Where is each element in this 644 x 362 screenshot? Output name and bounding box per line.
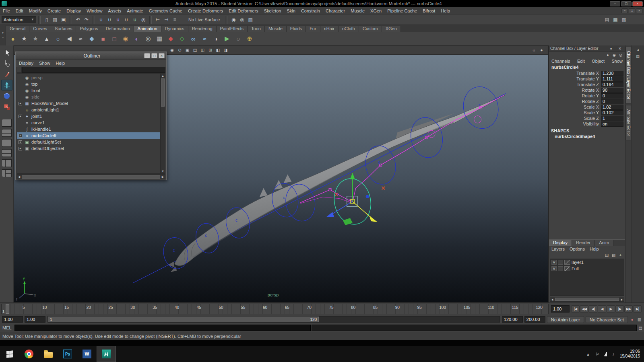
auto-keyframe-icon[interactable]: ● xyxy=(629,316,636,323)
outliner-row-side[interactable]: ◉side xyxy=(17,94,160,100)
render-current-frame-icon[interactable]: ◉ xyxy=(229,16,237,24)
outliner-list[interactable]: ◉persp ◉top ◉front ◉side +▦HookWorm_Mode… xyxy=(17,73,165,174)
layer-editor-tab[interactable]: Render xyxy=(572,240,595,246)
menu-item[interactable]: Skin xyxy=(284,8,298,14)
input-connections-icon[interactable]: ⊢ xyxy=(154,16,162,24)
outliner-row-ambientlight[interactable]: ☼ambientLight1 xyxy=(17,107,160,113)
ghost-icon[interactable]: ◌ xyxy=(233,33,244,44)
layout-outliner-persp-button[interactable] xyxy=(2,159,12,167)
pin-icon[interactable]: ▪ xyxy=(607,45,615,53)
menu-item[interactable]: File xyxy=(0,8,13,14)
filter-icon[interactable] xyxy=(17,67,22,73)
playback-range-bar[interactable]: 1 120 xyxy=(48,317,319,322)
layout-two-pane-side-button[interactable] xyxy=(2,139,12,147)
manip-hyperbolic-icon[interactable]: ◎ xyxy=(618,52,623,58)
outliner-row-top[interactable]: ◉top xyxy=(17,81,160,87)
script-editor-icon[interactable]: ▤ xyxy=(637,325,644,331)
select-tool[interactable] xyxy=(1,47,12,58)
layout-four-pane-button[interactable] xyxy=(2,129,12,137)
outliner-title-bar[interactable]: Outliner −□× xyxy=(16,52,166,60)
outliner-row-joint1[interactable]: ++joint1 xyxy=(17,113,160,119)
volume-icon[interactable]: ♪ xyxy=(611,351,616,357)
show-attribute-editor-icon[interactable]: ▧ xyxy=(620,16,628,24)
shelf-menu-icon[interactable]: ≡ xyxy=(0,36,5,40)
outliner-horizontal-scrollbar[interactable]: ◀ ▶ xyxy=(17,174,165,179)
layer-name[interactable]: Full xyxy=(572,266,579,271)
cluster-icon[interactable]: ◎ xyxy=(143,33,153,44)
animation-preferences-icon[interactable]: ▥ xyxy=(636,316,643,323)
layout-three-pane-button[interactable] xyxy=(2,169,12,177)
command-input-field[interactable] xyxy=(14,325,311,331)
scroll-right-icon[interactable]: ▶ xyxy=(620,297,624,301)
play-forwards-button[interactable]: ▶ xyxy=(607,305,615,313)
outliner-menu-item[interactable]: Help xyxy=(56,61,65,66)
output-connections-icon[interactable]: ⊣ xyxy=(162,16,170,24)
outliner-menu-item[interactable]: Display xyxy=(19,61,33,66)
channel-value-field[interactable]: 1.02 xyxy=(601,105,623,110)
range-track[interactable]: 1 120 xyxy=(47,316,500,323)
play-backwards-button[interactable]: ◀ xyxy=(598,305,606,313)
motion-path-icon[interactable]: ∞ xyxy=(188,33,198,44)
step-back-frame-button[interactable]: ◀◀ xyxy=(580,305,588,313)
image-plane-icon[interactable]: ◫ xyxy=(199,47,206,53)
menu-item[interactable]: Animate xyxy=(124,8,146,14)
snap-view-icon[interactable]: ∪ xyxy=(131,16,139,24)
outliner-row-nurbscircle9[interactable]: +○nurbsCircle9 xyxy=(17,132,160,139)
shelf-tab[interactable]: XGen xyxy=(382,26,401,32)
close-button[interactable]: × xyxy=(632,1,643,6)
scrollbar-thumb[interactable] xyxy=(22,175,160,179)
move-tool[interactable] xyxy=(1,80,12,90)
scrollbar-thumb[interactable] xyxy=(555,298,619,301)
shelf-tab[interactable]: PaintEffects xyxy=(217,26,248,32)
layer-playback-toggle[interactable] xyxy=(558,260,563,265)
ipr-render-icon[interactable]: ◎ xyxy=(238,16,246,24)
dock-expand-icon[interactable]: ◂ xyxy=(635,47,641,53)
menu-item[interactable]: Display xyxy=(64,8,84,14)
lasso-select-tool[interactable] xyxy=(1,58,12,69)
expand-icon[interactable]: + xyxy=(19,115,22,118)
outliner-menu-item[interactable]: Show xyxy=(39,61,50,66)
undo-icon[interactable]: ↶ xyxy=(74,16,82,24)
scroll-up-icon[interactable]: ▲ xyxy=(161,74,165,78)
outliner-row-hookworm-model[interactable]: +▦HookWorm_Model xyxy=(17,100,160,107)
set-key-icon[interactable]: ◆ xyxy=(165,33,176,44)
tab-channel-box[interactable]: Channel Box / Layer Editor xyxy=(625,47,632,104)
shelf-tab[interactable]: Dynamics xyxy=(161,26,188,32)
channel-value-field[interactable]: 1 xyxy=(601,116,623,121)
tray-chevron-icon[interactable]: ▴ xyxy=(585,351,591,357)
layer-playback-toggle[interactable] xyxy=(558,266,563,271)
outliner-row-curve1[interactable]: ≈curve1 xyxy=(17,119,160,126)
timeline-ruler[interactable]: 5101520253035404550556065707580859095100… xyxy=(1,304,549,314)
select-character-icon[interactable]: ● xyxy=(8,33,18,44)
new-layer-from-selected-icon[interactable]: + xyxy=(617,252,623,258)
snap-point-icon[interactable]: ∪ xyxy=(114,16,122,24)
open-scene-icon[interactable]: ▨ xyxy=(51,16,59,24)
shelf-tab-switcher-icon[interactable]: ▾ xyxy=(0,31,5,35)
divider[interactable] xyxy=(225,16,227,24)
outliner-row-ikhandle1[interactable]: ∫ikHandle1 xyxy=(17,126,160,132)
minimize-button[interactable]: − xyxy=(144,53,150,58)
menu-set-dropdown[interactable]: Animation ▼ xyxy=(2,16,36,23)
layer-row[interactable]: V Full xyxy=(550,265,624,272)
outliner-search-input[interactable] xyxy=(22,67,165,73)
shelf-tab[interactable]: Toon xyxy=(248,26,265,32)
channel-value-field[interactable]: 1.111 xyxy=(601,76,623,82)
divider[interactable] xyxy=(70,16,72,24)
shelf-tab[interactable]: Polygons xyxy=(76,26,102,32)
start-button[interactable] xyxy=(0,346,19,362)
layer-row[interactable]: V layer1 xyxy=(550,259,624,265)
camera-attributes-icon[interactable]: ▣ xyxy=(184,47,191,53)
network-icon[interactable] xyxy=(604,352,607,356)
save-scene-icon[interactable]: ▣ xyxy=(60,16,68,24)
step-back-key-button[interactable]: ◀| xyxy=(589,305,597,313)
layout-single-pane-button[interactable] xyxy=(2,119,12,127)
select-layer-objects-icon[interactable]: ▤ xyxy=(604,252,610,258)
bookmarks-icon[interactable]: ▤ xyxy=(192,47,198,53)
step-forward-key-button[interactable]: |▶ xyxy=(615,305,624,313)
layer-editor-tab[interactable]: Display xyxy=(549,240,572,246)
layer-color-swatch[interactable] xyxy=(564,260,570,265)
rotate-tool[interactable] xyxy=(1,90,12,101)
channel-box-menu-item[interactable]: Object xyxy=(592,59,605,64)
taskbar-clock[interactable]: 19:06 15/04/2015 xyxy=(620,349,640,359)
divider[interactable] xyxy=(38,16,41,24)
